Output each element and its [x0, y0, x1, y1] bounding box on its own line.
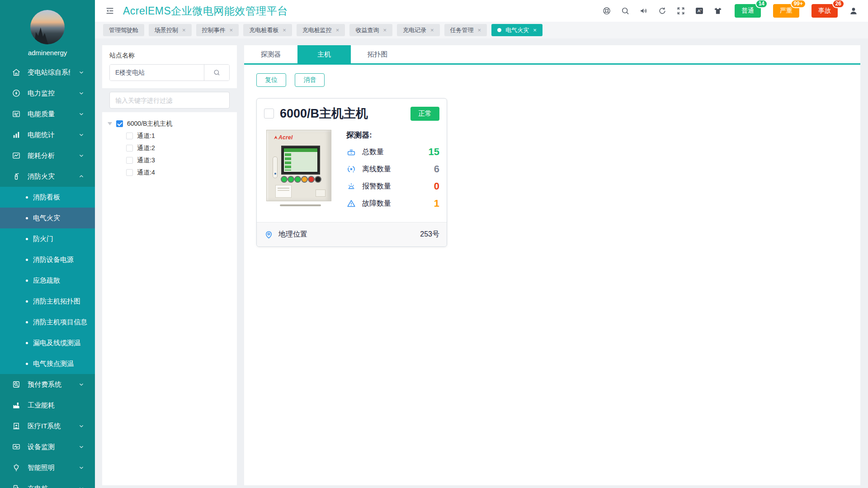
tree-channel-checkbox[interactable]: [126, 133, 133, 139]
username: adminenergy: [0, 49, 95, 57]
search-icon: [213, 69, 221, 76]
tree-channel-row[interactable]: 通道:3: [108, 154, 233, 166]
sidebar-item-medical-it[interactable]: 医疗IT系统: [0, 416, 95, 436]
line-chart-icon: [12, 151, 21, 160]
avatar[interactable]: [30, 10, 65, 44]
fire-safety-submenu: 消防看板 电气火灾 防火门 消防设备电源 应急疏散 消防主机拓扑图 消防主机项目…: [0, 187, 95, 374]
close-icon[interactable]: [283, 27, 286, 33]
sidebar-item-electrical-contact-temp[interactable]: 电气接点测温: [0, 353, 95, 374]
sidebar-item-device-monitoring[interactable]: 设备监测: [0, 436, 95, 457]
alarm-accident-button[interactable]: 事故 26: [811, 4, 838, 18]
header-actions: Ax 普通 14 严重 99+ 事故 26: [602, 4, 858, 18]
tab-scene-control[interactable]: 场景控制: [149, 24, 192, 36]
search-icon[interactable]: [621, 6, 630, 15]
device-monitor-icon: [12, 442, 21, 451]
sidebar-item-fire-dashboard[interactable]: 消防看板: [0, 187, 95, 208]
sidebar-item-prepaid-system[interactable]: 预付费系统: [0, 374, 95, 395]
sidebar-item-fire-host-topology[interactable]: 消防主机拓扑图: [0, 291, 95, 312]
tree-channel-checkbox[interactable]: [126, 145, 133, 152]
sidebar-item-energy-analysis[interactable]: 能耗分析: [0, 145, 95, 166]
chevron-down-icon: [77, 465, 86, 470]
sidebar-item-power-quality[interactable]: 电能质量: [0, 104, 95, 124]
close-icon[interactable]: [430, 27, 434, 33]
sidebar-item-smart-lighting[interactable]: 智能照明: [0, 457, 95, 478]
bullet-icon: [26, 259, 28, 261]
tree-filter-input[interactable]: [109, 92, 230, 109]
stat-value-total: 15: [429, 146, 439, 158]
tab-electrical-fire[interactable]: 电气火灾: [491, 24, 542, 36]
stat-row-total: 总数量 15: [346, 146, 439, 158]
theme-shirt-icon[interactable]: [713, 6, 722, 15]
close-icon[interactable]: [182, 27, 186, 33]
tree-channel-checkbox[interactable]: [126, 157, 133, 164]
host-card: 6000/B主机主机 正常 Acrel: [256, 98, 447, 247]
volume-icon[interactable]: [639, 6, 648, 15]
tab-charging-monitor[interactable]: 充电桩监控: [297, 24, 345, 36]
tree-expand-caret-icon[interactable]: [108, 122, 112, 125]
tab-charging-dashboard[interactable]: 充电桩看板: [243, 24, 292, 36]
close-icon[interactable]: [230, 27, 233, 33]
tab-control-events[interactable]: 控制事件: [196, 24, 239, 36]
tab-topology[interactable]: 拓扑图: [351, 45, 404, 63]
tab-revenue-query[interactable]: 收益查询: [349, 24, 392, 36]
alarm-severe-button[interactable]: 严重 99+: [773, 4, 799, 18]
tree-channel-row[interactable]: 通道:2: [108, 142, 233, 154]
tree-channel-row[interactable]: 通道:1: [108, 130, 233, 142]
sidebar-item-charging-pile[interactable]: 充电桩: [0, 478, 95, 488]
tree-channel-row[interactable]: 通道:4: [108, 166, 233, 179]
home-icon: [12, 68, 21, 77]
tree-channel-checkbox[interactable]: [126, 169, 133, 176]
sidebar-item-fire-host-project-info[interactable]: 消防主机项目信息: [0, 312, 95, 332]
bullet-icon: [26, 238, 28, 240]
stat-row-alarm: 报警数量 0: [346, 180, 439, 192]
stat-value-alarm: 0: [434, 180, 439, 192]
mute-button[interactable]: 消音: [295, 73, 325, 87]
tab-management-cockpit[interactable]: 管理驾驶舱: [103, 24, 144, 36]
chevron-down-icon: [77, 111, 86, 117]
chevron-down-icon: [77, 132, 86, 137]
site-search-input[interactable]: [110, 65, 204, 81]
tab-task-management[interactable]: 任务管理: [444, 24, 487, 36]
sidebar-item-power-monitor[interactable]: 电力监控: [0, 83, 95, 104]
stat-row-fault: 故障数量 1: [346, 198, 439, 209]
tab-detectors[interactable]: 探测器: [244, 45, 297, 63]
close-icon[interactable]: [336, 27, 340, 33]
alarm-normal-button[interactable]: 普通 14: [735, 4, 761, 18]
sidebar-item-electrical-fire[interactable]: 电气火灾: [0, 208, 95, 228]
chevron-up-icon: [77, 174, 86, 179]
chevron-down-icon: [77, 90, 86, 96]
header: AcrelEMS企业微电网能效管理平台 Ax 普通 14 严重 99+ 事故 2…: [95, 0, 868, 22]
refresh-icon[interactable]: [658, 6, 667, 15]
brand-logo: Acrel: [274, 134, 293, 141]
sidebar-item-substation[interactable]: 变电站综自系统: [0, 62, 95, 83]
reset-button[interactable]: 复位: [256, 73, 286, 87]
sidebar-item-industrial-energy[interactable]: 工业能耗: [0, 395, 95, 416]
fullscreen-icon[interactable]: [676, 6, 685, 15]
tab-charging-records[interactable]: 充电记录: [397, 24, 440, 36]
aperture-icon[interactable]: [602, 6, 611, 15]
chevron-down-icon: [77, 423, 86, 429]
location-pin-icon: [264, 230, 274, 239]
translate-icon[interactable]: Ax: [695, 6, 704, 15]
user-icon[interactable]: [849, 6, 858, 15]
tree-root-row[interactable]: 6000/B主机主机: [108, 118, 233, 130]
sidebar-item-fire-equipment-power[interactable]: 消防设备电源: [0, 249, 95, 270]
host-card-checkbox[interactable]: [264, 109, 274, 118]
sidebar-item-fire-safety[interactable]: 消防火灾: [0, 166, 95, 187]
close-icon[interactable]: [533, 27, 537, 33]
sidebar-item-power-stats[interactable]: 电能统计: [0, 124, 95, 145]
site-search-button[interactable]: [204, 65, 229, 81]
sidebar-item-leakage-cable-temp[interactable]: 漏电及线缆测温: [0, 332, 95, 353]
device-screen: [281, 146, 320, 175]
chevron-down-icon: [77, 153, 86, 158]
tab-host[interactable]: 主机: [297, 45, 351, 63]
status-badge: 正常: [410, 107, 439, 121]
open-tabs-strip: 管理驾驶舱 场景控制 控制事件 充电桩看板 充电桩监控 收益查询 充电记录 任务…: [95, 22, 868, 38]
close-icon[interactable]: [383, 27, 387, 33]
sidebar-item-emergency-evacuation[interactable]: 应急疏散: [0, 270, 95, 291]
bullet-icon: [26, 196, 28, 199]
sidebar-item-fire-door[interactable]: 防火门: [0, 228, 95, 249]
menu-collapse-icon[interactable]: [105, 6, 115, 16]
close-icon[interactable]: [478, 27, 481, 33]
tree-root-checkbox[interactable]: [116, 120, 123, 127]
